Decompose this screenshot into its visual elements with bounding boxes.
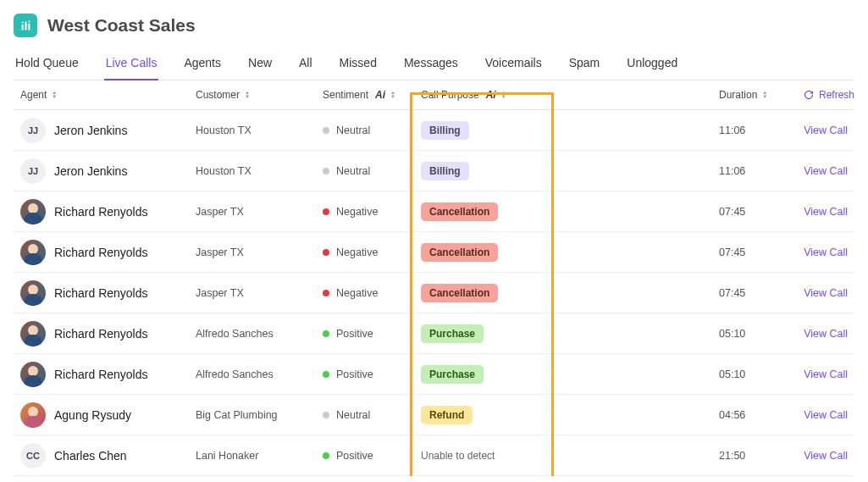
column-label: Call Purpose xyxy=(421,89,479,101)
customer-cell: Jasper TX xyxy=(196,247,323,258)
purpose-cell: Cancellation xyxy=(421,243,719,262)
tab-new[interactable]: New xyxy=(246,56,274,80)
agent-cell: Richard Renyolds xyxy=(14,280,196,306)
customer-cell: Houston TX xyxy=(196,125,323,136)
view-call-link[interactable]: View Call xyxy=(804,368,848,380)
sentiment-label: Neutral xyxy=(336,165,370,177)
tab-live-calls[interactable]: Live Calls xyxy=(104,56,159,80)
agent-name: Jeron Jenkins xyxy=(54,124,127,137)
view-call-link[interactable]: View Call xyxy=(804,409,848,421)
sentiment-dot-icon xyxy=(323,168,329,175)
purpose-cell: Unable to detect xyxy=(421,446,719,465)
tab-unlogged[interactable]: Unlogged xyxy=(625,56,679,80)
purpose-cell: Purchase xyxy=(421,324,719,343)
sort-icon: ▲▼ xyxy=(501,91,506,99)
sentiment-dot-icon xyxy=(323,330,329,337)
action-cell: View Call xyxy=(804,124,854,136)
sentiment-cell: Negative xyxy=(323,206,421,218)
table-row: JJJeron JenkinsHouston TXNeutralBilling1… xyxy=(14,151,854,191)
table-row: Richard RenyoldsJasper TXNegativeCancell… xyxy=(14,191,854,232)
agent-cell: Richard Renyolds xyxy=(14,321,196,346)
column-header-purpose[interactable]: Call Purpose Ai ▲▼ xyxy=(421,89,719,101)
svg-rect-2 xyxy=(28,23,30,30)
view-call-link[interactable]: View Call xyxy=(804,328,848,340)
column-header-sentiment[interactable]: Sentiment Ai ▲▼ xyxy=(323,89,421,101)
duration-cell: 07:45 xyxy=(719,247,804,258)
avatar xyxy=(20,362,46,387)
tab-spam[interactable]: Spam xyxy=(567,56,602,80)
column-header-customer[interactable]: Customer ▲▼ xyxy=(196,89,323,101)
tab-all[interactable]: All xyxy=(297,56,314,80)
table-row: CCCharles ChenLani HonakerPositiveUnable… xyxy=(14,435,854,476)
column-label: Sentiment xyxy=(323,89,368,101)
tab-messages[interactable]: Messages xyxy=(402,56,460,80)
column-header-duration[interactable]: Duration ▲▼ xyxy=(719,89,804,101)
duration-cell: 04:56 xyxy=(719,409,804,421)
sentiment-cell: Negative xyxy=(323,287,421,299)
table-body: JJJeron JenkinsHouston TXNeutralBilling1… xyxy=(14,110,854,476)
sort-icon: ▲▼ xyxy=(245,91,250,99)
purpose-tag: Billing xyxy=(421,162,469,180)
svg-rect-0 xyxy=(21,25,23,30)
sentiment-dot-icon xyxy=(323,127,329,134)
table-row: JJJeron JenkinsHouston TXNeutralBilling1… xyxy=(14,110,854,151)
page-title: West Coast Sales xyxy=(47,15,196,36)
view-call-link[interactable]: View Call xyxy=(804,125,848,136)
view-call-link[interactable]: View Call xyxy=(804,450,848,462)
column-label: Customer xyxy=(196,89,240,101)
sentiment-dot-icon xyxy=(323,371,329,378)
agent-name: Jeron Jenkins xyxy=(54,164,127,178)
agent-name: Richard Renyolds xyxy=(54,205,148,219)
agent-name: Richard Renyolds xyxy=(54,327,148,341)
customer-cell: Jasper TX xyxy=(196,206,323,218)
purpose-tag: Billing xyxy=(421,121,469,140)
duration-cell: 11:06 xyxy=(719,165,804,177)
purpose-cell: Billing xyxy=(421,121,719,140)
action-cell: View Call xyxy=(804,327,854,340)
view-call-link[interactable]: View Call xyxy=(804,165,848,177)
purpose-tag: Cancellation xyxy=(421,243,498,262)
purpose-tag: Purchase xyxy=(421,324,484,343)
svg-rect-1 xyxy=(25,21,26,30)
sentiment-label: Neutral xyxy=(336,125,370,136)
tab-voicemails[interactable]: Voicemails xyxy=(484,56,544,80)
avatar: CC xyxy=(20,443,46,468)
svg-point-3 xyxy=(21,21,23,23)
agent-name: Richard Renyolds xyxy=(54,368,148,381)
duration-cell: 21:50 xyxy=(719,450,804,462)
agent-name: Richard Renyolds xyxy=(54,286,148,300)
refresh-label: Refresh xyxy=(819,89,854,101)
sentiment-label: Positive xyxy=(336,368,373,380)
view-call-link[interactable]: View Call xyxy=(804,287,848,299)
column-header-agent[interactable]: Agent ▲▼ xyxy=(14,89,196,101)
duration-cell: 05:10 xyxy=(719,328,804,340)
sort-icon: ▲▼ xyxy=(390,91,395,99)
sort-icon: ▲▼ xyxy=(762,91,767,99)
duration-cell: 05:10 xyxy=(719,368,804,380)
duration-cell: 07:45 xyxy=(719,287,804,299)
agent-cell: JJJeron Jenkins xyxy=(14,118,196,143)
customer-cell: Houston TX xyxy=(196,165,323,177)
tab-missed[interactable]: Missed xyxy=(338,56,379,80)
avatar xyxy=(20,280,46,306)
sentiment-label: Positive xyxy=(336,450,373,462)
column-label: Duration xyxy=(719,89,757,101)
sentiment-cell: Positive xyxy=(323,368,421,380)
sentiment-cell: Neutral xyxy=(323,125,421,136)
view-call-link[interactable]: View Call xyxy=(804,247,848,258)
tab-agents[interactable]: Agents xyxy=(182,56,223,80)
action-cell: View Call xyxy=(804,246,854,258)
agent-cell: Richard Renyolds xyxy=(14,199,196,224)
avatar xyxy=(20,321,46,346)
view-call-link[interactable]: View Call xyxy=(804,206,848,218)
tabs: Hold QueueLive CallsAgentsNewAllMissedMe… xyxy=(14,44,854,80)
table-row: Richard RenyoldsJasper TXNegativeCancell… xyxy=(14,273,854,313)
purpose-cell: Cancellation xyxy=(421,284,719,302)
customer-cell: Lani Honaker xyxy=(196,450,323,462)
action-cell: View Call xyxy=(804,205,854,218)
tab-hold-queue[interactable]: Hold Queue xyxy=(14,56,80,80)
refresh-button[interactable]: Refresh xyxy=(804,89,861,101)
purpose-cell: Billing xyxy=(421,162,719,180)
duration-cell: 07:45 xyxy=(719,206,804,218)
purpose-tag: Unable to detect xyxy=(421,446,503,465)
